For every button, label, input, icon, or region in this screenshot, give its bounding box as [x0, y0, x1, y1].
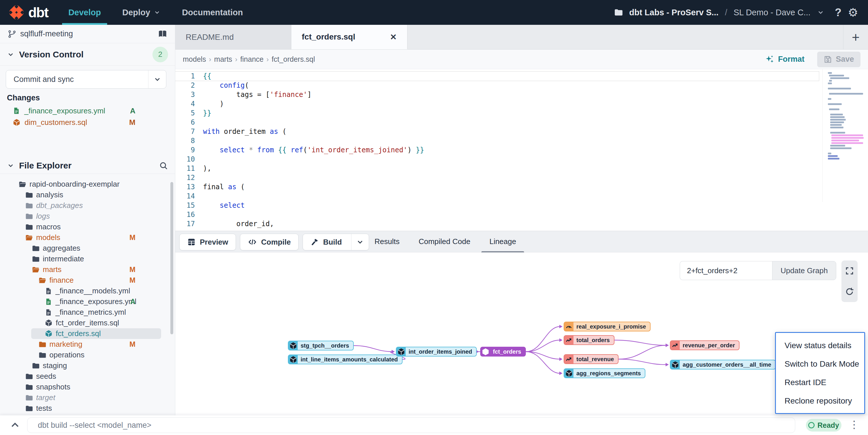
tree-item-_finance_metrics.yml[interactable]: _finance_metrics.yml	[0, 307, 175, 317]
change-item[interactable]: dim_customers.sqlM	[0, 116, 175, 128]
tree-item-analysis[interactable]: analysis	[0, 190, 175, 200]
code-line[interactable]: 16	[175, 210, 819, 219]
chevron-down-icon[interactable]	[817, 9, 825, 16]
code-line[interactable]: 2 config(	[175, 81, 819, 90]
tree-item-_finance_exposures.yml[interactable]: _finance_exposures.ymlA	[0, 296, 175, 307]
tree-item-finance[interactable]: financeM	[0, 275, 175, 286]
kebab-menu-icon[interactable]: ⋮	[849, 420, 859, 430]
chevron-up-icon[interactable]	[10, 420, 20, 430]
code-line[interactable]: 9 select * from {{ ref('int_order_items_…	[175, 145, 819, 155]
breadcrumb-segment[interactable]: fct_orders.sql	[272, 55, 315, 63]
lineage-node-exposure[interactable]: real_exposure_i_promise	[564, 322, 651, 331]
panel-tab-results[interactable]: Results	[374, 231, 400, 252]
code-line[interactable]: 1{{	[175, 71, 819, 81]
new-tab-button[interactable]: +	[843, 25, 868, 49]
code-line[interactable]: 10	[175, 155, 819, 164]
code-line[interactable]: 5}}	[175, 108, 819, 118]
compile-button[interactable]: Compile	[240, 234, 299, 250]
code-line[interactable]: 15 select	[175, 201, 819, 210]
code-line[interactable]: 6	[175, 118, 819, 127]
menu-item-reclone-repository[interactable]: Reclone repository	[776, 392, 864, 410]
tree-item-target[interactable]: target	[0, 392, 175, 403]
breadcrumb-segment[interactable]: marts	[214, 55, 232, 63]
code-line[interactable]: 8	[175, 136, 819, 145]
gear-icon[interactable]: ⚙	[848, 7, 858, 18]
tree-item-operations[interactable]: operations	[0, 349, 175, 360]
commit-and-sync-button[interactable]: Commit and sync	[6, 70, 166, 89]
tree-item-logs[interactable]: logs	[0, 211, 175, 222]
menu-item-view-status-details[interactable]: View status details	[776, 336, 864, 355]
tree-item-intermediate[interactable]: intermediate	[0, 254, 175, 264]
tree-item-tests[interactable]: tests	[0, 403, 175, 414]
help-icon[interactable]: ?	[835, 7, 841, 18]
tree-item-marketing[interactable]: marketingM	[0, 339, 175, 349]
code-line[interactable]: 4 )	[175, 99, 819, 108]
minimap[interactable]	[823, 69, 868, 202]
code-line[interactable]: 13final as (	[175, 182, 819, 192]
menu-item-restart-ide[interactable]: Restart IDE	[776, 373, 864, 392]
breadcrumb-segment[interactable]: finance	[240, 55, 264, 63]
tree-item-rapid-onboarding-exemplar[interactable]: rapid-onboarding-exemplar	[0, 179, 175, 190]
status-badge[interactable]: Ready	[806, 419, 841, 432]
commit-options-chevron[interactable]	[148, 70, 166, 88]
docs-book-icon[interactable]	[158, 29, 167, 39]
nav-item-develop[interactable]: Develop	[68, 0, 101, 25]
code-line[interactable]: 7with order_item as (	[175, 127, 819, 136]
lineage-selector-input[interactable]	[680, 261, 772, 280]
code-line[interactable]: 12	[175, 173, 819, 182]
project-selector[interactable]: dbt Labs - ProServ S...	[629, 8, 718, 17]
lineage-node-agg_regions[interactable]: agg_regions_segments	[564, 368, 645, 378]
tree-item-staging[interactable]: staging	[0, 360, 175, 371]
tree-item-macros[interactable]: macros	[0, 222, 175, 232]
version-control-header[interactable]: Version Control 2	[0, 43, 175, 66]
lineage-node-t_revenue[interactable]: total_revenue	[564, 354, 619, 364]
code-line[interactable]: 3 tags = ['finance']	[175, 90, 819, 99]
lineage-node-intjoined[interactable]: int_order_items_joined	[396, 347, 477, 357]
update-graph-button[interactable]: Update Graph	[772, 261, 836, 280]
lineage-canvas[interactable]: stg_tpch__ordersint_line_items_amounts_c…	[175, 253, 868, 415]
panel-tab-lineage[interactable]: Lineage	[490, 231, 516, 252]
format-button[interactable]: Format	[765, 55, 804, 64]
code-line[interactable]: 17 order_id,	[175, 219, 819, 229]
tab-README.md[interactable]: README.md	[175, 25, 291, 49]
tree-item-_finance__models.yml[interactable]: _finance__models.yml	[0, 286, 175, 296]
tree-item-aggregates[interactable]: aggregates	[0, 243, 175, 254]
tree-scrollbar[interactable]	[170, 182, 173, 334]
tree-item-seeds[interactable]: seeds	[0, 371, 175, 381]
dbt-command-input[interactable]	[27, 417, 795, 433]
build-options-chevron[interactable]	[351, 234, 369, 250]
nav-item-deploy[interactable]: Deploy	[122, 0, 160, 25]
fullscreen-icon[interactable]	[845, 266, 854, 275]
breadcrumb-segment[interactable]: models	[183, 55, 206, 63]
close-icon[interactable]: ✕	[390, 32, 397, 42]
preview-button[interactable]: Preview	[179, 234, 236, 250]
file-explorer-header[interactable]: File Explorer	[0, 157, 175, 174]
lineage-node-agg_cust[interactable]: agg_customer_orders__all_time	[670, 360, 776, 370]
lineage-node-fct[interactable]: fct_orders	[480, 347, 526, 357]
tree-item-fct_orders.sql[interactable]: fct_orders.sql	[31, 328, 161, 339]
panel-tab-compiled-code[interactable]: Compiled Code	[419, 231, 470, 252]
dbt-logo[interactable]: dbt	[9, 5, 48, 21]
tree-item-fct_order_items.sql[interactable]: fct_order_items.sql	[0, 317, 175, 328]
lineage-node-stg[interactable]: stg_tpch__orders	[288, 341, 354, 350]
menu-item-switch-to-dark-mode[interactable]: Switch to Dark Mode	[776, 355, 864, 373]
search-icon[interactable]	[159, 161, 168, 170]
tab-fct_orders.sql[interactable]: fct_orders.sql✕	[291, 25, 407, 49]
nav-item-documentation[interactable]: Documentation	[182, 0, 243, 25]
lineage-node-t_orders[interactable]: total_orders	[564, 335, 615, 345]
code-line[interactable]: 14	[175, 192, 819, 201]
reset-view-icon[interactable]	[845, 287, 854, 296]
lineage-node-intline[interactable]: int_line_items_amounts_calculated	[288, 355, 403, 364]
tree-item-snapshots[interactable]: snapshots	[0, 381, 175, 392]
branch-name[interactable]: sqlfluff-meeting	[20, 29, 73, 38]
save-button[interactable]: Save	[817, 52, 861, 67]
lineage-node-rev_order[interactable]: revenue_per_order	[670, 340, 740, 350]
code-editor[interactable]: 1{{2 config(3 tags = ['finance']4 )5}}67…	[175, 69, 868, 231]
build-button[interactable]: Build	[303, 234, 369, 250]
change-item[interactable]: _finance_exposures.ymlA	[0, 105, 175, 116]
tree-item-marts[interactable]: martsM	[0, 264, 175, 275]
tree-item-models[interactable]: modelsM	[0, 232, 175, 243]
tree-item-dbt_packages[interactable]: dbt_packages	[0, 200, 175, 211]
code-line[interactable]: 11),	[175, 164, 819, 173]
environment-selector[interactable]: SL Demo - Dave C...	[734, 8, 810, 17]
